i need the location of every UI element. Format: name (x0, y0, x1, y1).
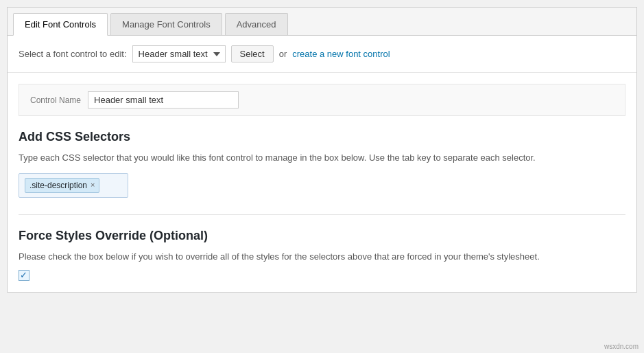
select-label: Select a font control to edit: (19, 49, 127, 59)
tab-manage-font-controls[interactable]: Manage Font Controls (110, 13, 222, 35)
force-styles-description: Please check the box below if you wish t… (19, 250, 625, 264)
tab-edit-font-controls[interactable]: Edit Font Controls (13, 13, 108, 36)
css-selectors-heading: Add CSS Selectors (19, 130, 625, 144)
css-selector-tag-text: .site-description (29, 181, 87, 190)
create-new-link[interactable]: create a new font control (292, 49, 390, 59)
tab-advanced[interactable]: Advanced (225, 13, 288, 35)
css-selector-tag-remove[interactable]: × (91, 181, 95, 189)
or-text: or (279, 49, 287, 59)
force-styles-heading: Force Styles Override (Optional) (19, 229, 625, 243)
font-control-select[interactable]: Header small text (132, 45, 226, 62)
css-selector-tag: .site-description × (25, 178, 99, 193)
force-styles-checkbox[interactable] (19, 270, 29, 281)
section-divider (19, 214, 625, 215)
tabs-bar: Edit Font Controls Manage Font Controls … (8, 8, 636, 36)
main-content: Control Name Add CSS Selectors Type each… (8, 73, 636, 292)
control-name-row: Control Name (19, 84, 625, 116)
force-styles-checkbox-wrapper (19, 270, 625, 281)
force-styles-section: Force Styles Override (Optional) Please … (19, 229, 625, 282)
control-name-label: Control Name (30, 95, 81, 105)
watermark: wsxdn.com (604, 343, 639, 350)
page-wrapper: Edit Font Controls Manage Font Controls … (7, 7, 637, 293)
control-name-input[interactable] (88, 91, 239, 109)
css-selectors-description: Type each CSS selector that you would li… (19, 151, 625, 165)
select-button[interactable]: Select (231, 45, 274, 62)
select-bar: Select a font control to edit: Header sm… (8, 36, 636, 73)
css-selectors-tag-container[interactable]: .site-description × (19, 173, 128, 198)
